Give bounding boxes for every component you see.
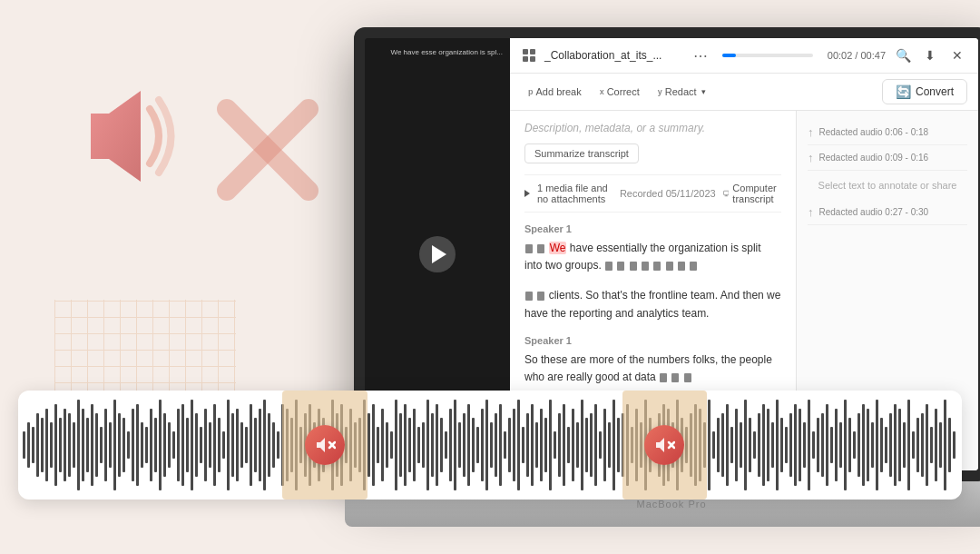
svg-rect-25 — [95, 413, 98, 477]
svg-rect-178 — [789, 413, 792, 477]
svg-rect-101 — [440, 418, 443, 472]
svg-rect-195 — [867, 409, 869, 481]
download-button[interactable]: ⬇ — [920, 45, 940, 65]
svg-rect-52 — [218, 418, 220, 472]
svg-rect-43 — [177, 409, 180, 481]
redacted-audio-item-2[interactable]: ↑ Redacted audio 0:09 - 0:16 — [808, 145, 967, 171]
svg-rect-122 — [535, 422, 538, 468]
svg-rect-132 — [581, 400, 583, 490]
svg-rect-166 — [735, 409, 738, 481]
svg-rect-119 — [522, 427, 524, 463]
svg-rect-192 — [853, 431, 856, 459]
svg-rect-213 — [948, 418, 951, 472]
svg-rect-11 — [32, 427, 34, 463]
redacted-block — [537, 244, 544, 253]
svg-rect-193 — [858, 413, 860, 477]
menu-dots[interactable]: ⋯ — [693, 47, 708, 64]
correct-label: Correct — [607, 86, 640, 97]
svg-rect-33 — [132, 409, 134, 481]
redacted-block — [605, 262, 612, 271]
redacted-audio-item-3[interactable]: ↑ Redacted audio 0:27 - 0:30 — [808, 200, 967, 225]
svg-rect-14 — [45, 409, 48, 481]
svg-rect-17 — [59, 418, 62, 472]
svg-rect-113 — [495, 413, 497, 477]
svg-rect-188 — [835, 409, 838, 481]
redacted-audio-item-1[interactable]: ↑ Redacted audio 0:06 - 0:18 — [808, 120, 967, 145]
svg-rect-31 — [122, 418, 125, 472]
svg-rect-138 — [608, 422, 611, 468]
svg-rect-44 — [181, 404, 184, 486]
svg-rect-28 — [109, 422, 112, 468]
svg-rect-184 — [817, 418, 819, 472]
summarize-btn[interactable]: Summarize transcript — [524, 143, 639, 163]
play-button[interactable] — [419, 236, 456, 272]
svg-rect-169 — [749, 418, 751, 472]
svg-rect-98 — [426, 400, 429, 490]
svg-rect-209 — [930, 427, 933, 463]
svg-rect-38 — [154, 418, 157, 472]
upload-icon: ↑ — [808, 125, 814, 139]
svg-rect-167 — [740, 422, 742, 468]
svg-rect-174 — [771, 422, 774, 468]
waveform-container — [18, 391, 962, 500]
select-text-hint: Select text to annotate or share — [808, 171, 967, 200]
svg-rect-5 — [530, 56, 535, 62]
svg-rect-49 — [204, 409, 207, 481]
svg-rect-103 — [449, 409, 452, 481]
svg-rect-45 — [186, 418, 189, 472]
svg-rect-95 — [413, 409, 416, 481]
close-button[interactable]: ✕ — [947, 45, 967, 65]
svg-rect-173 — [767, 409, 769, 481]
svg-rect-107 — [467, 404, 470, 486]
convert-label: Convert — [916, 85, 954, 98]
correct-key: x — [600, 87, 604, 96]
svg-rect-175 — [776, 400, 779, 490]
transcript-block-3[interactable]: So these are more of the numbers folks, … — [524, 351, 781, 386]
svg-rect-53 — [222, 431, 225, 459]
redacted-segment-1 — [282, 391, 368, 500]
svg-rect-64 — [272, 422, 275, 468]
svg-rect-85 — [368, 413, 370, 477]
svg-rect-198 — [880, 418, 883, 472]
svg-rect-91 — [395, 400, 397, 490]
svg-rect-172 — [762, 404, 765, 486]
redact-label: Redact — [665, 86, 697, 97]
computer-transcript-link[interactable]: Computer transcript — [723, 183, 781, 204]
svg-rect-96 — [417, 427, 420, 463]
svg-rect-47 — [195, 413, 198, 477]
svg-rect-177 — [785, 427, 788, 463]
svg-rect-19 — [68, 413, 71, 477]
svg-rect-197 — [876, 400, 878, 490]
svg-rect-123 — [540, 409, 543, 481]
svg-rect-65 — [277, 431, 279, 459]
svg-rect-41 — [168, 422, 171, 468]
svg-rect-124 — [544, 418, 547, 472]
app-title: _Collaboration_at_its_... — [544, 49, 686, 62]
redacted-block — [525, 292, 533, 301]
redacted-block — [690, 262, 697, 271]
svg-rect-214 — [953, 431, 956, 459]
transcript-block-1[interactable]: We have essentially the organization is … — [524, 240, 781, 274]
correct-button[interactable]: x Correct — [593, 84, 647, 100]
svg-rect-10 — [27, 422, 30, 468]
convert-button[interactable]: 🔄 Convert — [882, 79, 967, 104]
svg-rect-201 — [894, 404, 897, 486]
add-break-button[interactable]: p Add break — [521, 84, 589, 100]
svg-rect-40 — [163, 413, 166, 477]
svg-rect-118 — [517, 400, 520, 490]
svg-rect-212 — [944, 400, 946, 490]
search-button[interactable]: 🔍 — [893, 45, 913, 65]
svg-rect-125 — [549, 400, 552, 490]
svg-rect-160 — [708, 400, 710, 490]
redact-button[interactable]: y Redact ▾ — [651, 84, 713, 100]
transcript-block-2[interactable]: clients. So that's the frontline team. A… — [524, 287, 781, 322]
svg-rect-128 — [563, 404, 565, 486]
svg-rect-108 — [472, 418, 475, 472]
svg-rect-164 — [726, 404, 729, 486]
svg-rect-183 — [812, 431, 815, 459]
media-files-link[interactable]: 1 media file and no attachments — [537, 183, 612, 204]
svg-rect-99 — [431, 413, 434, 477]
svg-rect-88 — [381, 409, 384, 481]
svg-rect-121 — [531, 404, 534, 486]
svg-rect-206 — [916, 418, 919, 472]
